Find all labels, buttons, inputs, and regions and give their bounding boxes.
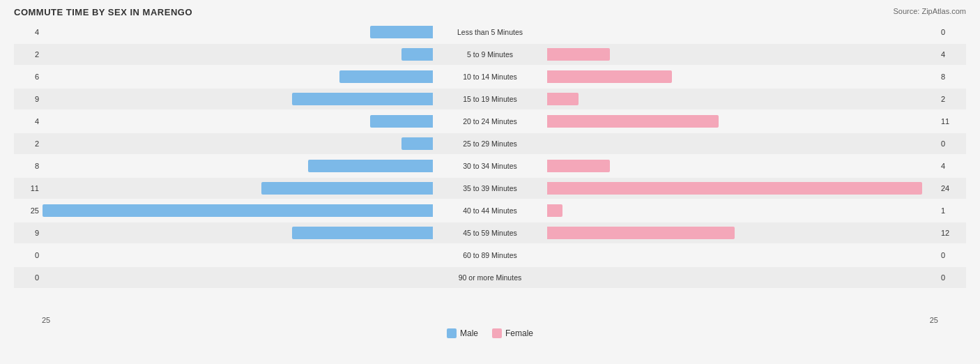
male-side: [42, 137, 434, 151]
female-value: 24: [938, 184, 966, 192]
female-bar: [547, 115, 719, 128]
male-bar: [401, 137, 433, 150]
bars-area: 10 to 14 Minutes: [42, 66, 938, 87]
female-side: [546, 114, 938, 128]
row-label: 30 to 34 Minutes: [434, 162, 546, 170]
male-value: 9: [14, 229, 42, 237]
row-label: 15 to 19 Minutes: [434, 95, 546, 103]
row-label: 40 to 44 Minutes: [434, 206, 546, 215]
male-value: 25: [14, 206, 42, 215]
female-bar: [547, 227, 735, 239]
chart-row: 6 10 to 14 Minutes 8: [14, 66, 966, 87]
female-side: [546, 159, 938, 173]
bars-area: 20 to 24 Minutes: [42, 111, 938, 132]
male-side: [42, 25, 434, 39]
male-value: 8: [14, 162, 42, 170]
female-side: [546, 248, 938, 262]
female-value: 8: [938, 73, 966, 81]
chart-row: 9 15 to 19 Minutes 2: [14, 89, 966, 109]
female-value: 0: [938, 139, 966, 148]
female-value: 0: [938, 251, 966, 259]
female-side: [546, 226, 938, 240]
female-bar: [547, 93, 579, 105]
female-side: [546, 47, 938, 61]
male-bar: [292, 227, 433, 239]
male-side: [42, 204, 434, 218]
chart-area: 4 Less than 5 Minutes 0 2 5 to 9 Minutes…: [14, 22, 966, 314]
chart-row: 0 60 to 89 Minutes 0: [14, 245, 966, 266]
bars-area: 25 to 29 Minutes: [42, 133, 938, 154]
male-value: 4: [14, 28, 42, 36]
bars-area: 45 to 59 Minutes: [42, 222, 938, 243]
male-label: Male: [460, 328, 478, 338]
chart-row: 9 45 to 59 Minutes 12: [14, 222, 966, 243]
axis-left: 25: [42, 316, 50, 324]
male-bar: [292, 93, 433, 105]
female-label: Female: [505, 328, 533, 338]
bars-area: 90 or more Minutes: [42, 267, 938, 288]
bars-area: 60 to 89 Minutes: [42, 245, 938, 266]
bars-area: Less than 5 Minutes: [42, 22, 938, 43]
female-bar: [547, 204, 562, 217]
chart-row: 0 90 or more Minutes 0: [14, 267, 966, 288]
row-label: Less than 5 Minutes: [434, 28, 546, 36]
male-value: 4: [14, 117, 42, 126]
chart-row: 2 5 to 9 Minutes 4: [14, 44, 966, 65]
female-side: [546, 271, 938, 285]
row-label: 90 or more Minutes: [434, 273, 546, 282]
legend-female: Female: [492, 328, 533, 338]
female-value: 12: [938, 229, 966, 237]
legend: Male Female: [14, 328, 966, 338]
female-bar: [547, 48, 610, 61]
male-side: [42, 159, 434, 173]
female-value: 2: [938, 95, 966, 103]
row-label: 20 to 24 Minutes: [434, 117, 546, 126]
male-side: [42, 181, 434, 195]
female-value: 0: [938, 28, 966, 36]
axis-labels: 25 25: [14, 314, 966, 324]
male-bar: [370, 26, 433, 38]
male-value: 0: [14, 273, 42, 282]
male-value: 11: [14, 184, 42, 192]
female-side: [546, 181, 938, 195]
bars-area: 30 to 34 Minutes: [42, 156, 938, 176]
source-label: Source: ZipAtlas.com: [893, 7, 966, 15]
female-side: [546, 137, 938, 151]
female-value: 0: [938, 273, 966, 282]
bars-area: 35 to 39 Minutes: [42, 178, 938, 199]
male-side: [42, 271, 434, 285]
bars-area: 40 to 44 Minutes: [42, 200, 938, 221]
female-bar: [547, 160, 610, 172]
chart-row: 25 40 to 44 Minutes 1: [14, 200, 966, 221]
female-bar: [547, 182, 922, 195]
male-value: 6: [14, 73, 42, 81]
male-color-box: [447, 328, 457, 338]
male-side: [42, 226, 434, 240]
chart-row: 8 30 to 34 Minutes 4: [14, 156, 966, 176]
row-label: 45 to 59 Minutes: [434, 229, 546, 237]
female-side: [546, 204, 938, 218]
row-label: 10 to 14 Minutes: [434, 73, 546, 81]
male-bar: [261, 182, 433, 195]
male-side: [42, 248, 434, 262]
female-side: [546, 25, 938, 39]
male-value: 0: [14, 251, 42, 259]
female-color-box: [492, 328, 502, 338]
row-label: 60 to 89 Minutes: [434, 251, 546, 259]
female-side: [546, 92, 938, 106]
chart-row: 4 20 to 24 Minutes 11: [14, 111, 966, 132]
row-label: 25 to 29 Minutes: [434, 139, 546, 148]
row-label: 35 to 39 Minutes: [434, 184, 546, 192]
male-value: 2: [14, 50, 42, 59]
male-side: [42, 47, 434, 61]
male-side: [42, 92, 434, 106]
female-bar: [547, 70, 672, 83]
bars-area: 15 to 19 Minutes: [42, 89, 938, 109]
legend-male: Male: [447, 328, 478, 338]
chart-row: 2 25 to 29 Minutes 0: [14, 133, 966, 154]
chart-container: COMMUTE TIME BY SEX IN MARENGO Source: Z…: [0, 0, 980, 364]
male-value: 9: [14, 95, 42, 103]
male-bar: [308, 160, 433, 172]
male-bar: [43, 204, 433, 217]
male-value: 2: [14, 139, 42, 148]
